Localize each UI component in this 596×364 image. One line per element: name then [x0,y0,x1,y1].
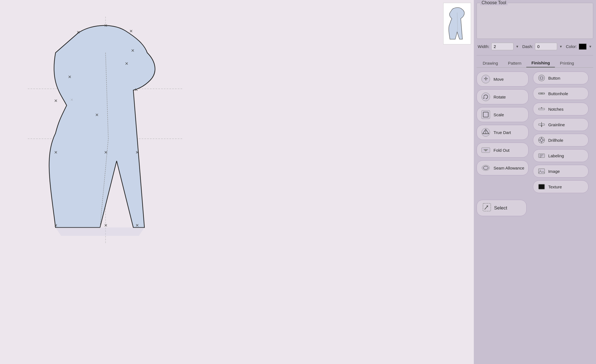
texture-icon [538,183,545,191]
svg-point-37 [482,93,490,101]
labeling-label: Labeling [548,153,564,158]
width-dropdown-arrow: ▼ [516,45,519,49]
tab-drawing[interactable]: Drawing [478,59,503,67]
notches-icon [538,105,545,113]
left-tools: ✛ Move Rotate [477,72,529,193]
svg-point-73 [540,170,541,171]
choose-tool-label: Choose Tool [480,0,508,5]
true-dart-icon [481,127,491,137]
canvas-area[interactable] [0,0,474,364]
svg-rect-54 [540,93,543,94]
scale-label: Scale [494,112,504,117]
svg-point-52 [542,79,543,79]
tab-pattern[interactable]: Pattern [503,59,526,67]
scale-icon [481,110,491,120]
tabs-row: Drawing Pattern Finishing Printing [477,59,593,68]
labeling-button[interactable]: Labeling [533,149,589,162]
svg-rect-68 [539,154,545,158]
seam-allowance-icon [481,163,491,173]
seam-allowance-label: Seam Allowance [494,166,524,170]
fold-out-button[interactable]: Fold Out [477,143,529,158]
divider [477,55,593,55]
dash-label: Dash: [522,44,533,49]
right-panel: Choose Tool Width: 2134 ▼ Dash: 0123 ▼ C… [474,0,596,364]
preview-thumbnail [443,3,471,44]
texture-label: Texture [548,184,562,189]
grainline-label: Grainline [548,122,565,127]
move-label: Move [494,77,504,82]
svg-marker-58 [541,107,542,108]
rotate-label: Rotate [494,95,506,99]
pattern-piece-svg [28,17,183,244]
button-tool-label: Button [548,76,560,80]
svg-rect-74 [539,184,545,189]
grainline-icon [538,121,545,128]
notches-label: Notches [548,107,564,112]
tools-section: ✛ Move Rotate [477,70,593,195]
svg-point-45 [482,165,490,171]
svg-point-49 [540,77,541,78]
svg-point-50 [542,77,543,78]
color-label: Color: [566,44,577,49]
svg-rect-57 [539,108,545,110]
labeling-icon [538,152,545,160]
notches-button[interactable]: Notches [533,103,589,115]
grainline-button[interactable]: Grainline [533,118,589,131]
move-button[interactable]: ✛ Move [477,72,529,87]
scale-button[interactable]: Scale [477,107,529,122]
svg-point-51 [540,79,541,79]
drillhole-icon [538,136,545,144]
svg-text:✛: ✛ [484,76,488,82]
width-label: Width: [478,44,490,49]
buttonhole-label: Buttonhole [548,91,568,96]
rotate-button[interactable]: Rotate [477,89,529,104]
select-button[interactable]: Select [477,200,527,216]
width-select[interactable]: 2134 [491,43,514,50]
tool-options-row: Width: 2134 ▼ Dash: 0123 ▼ Color: ▼ [477,41,593,52]
tab-finishing[interactable]: Finishing [526,59,555,67]
select-label: Select [494,205,507,211]
buttonhole-button[interactable]: Buttonhole [533,87,589,100]
move-icon: ✛ [481,74,491,84]
button-tool-icon [538,74,545,82]
true-dart-button[interactable]: True Dart [477,125,529,140]
color-dropdown-arrow: ▼ [589,45,592,49]
buttonhole-icon [538,90,545,97]
tab-printing[interactable]: Printing [555,59,579,67]
right-tools: Button Buttonhole [533,72,589,193]
dash-select[interactable]: 0123 [535,43,557,50]
dash-dropdown-arrow: ▼ [559,45,563,49]
fold-out-label: Fold Out [494,148,510,153]
drillhole-label: Drillhole [548,138,563,143]
thumbnail-svg [445,6,470,42]
image-button[interactable]: Image [533,165,589,178]
button-tool-button[interactable]: Button [533,72,589,84]
svg-rect-39 [482,110,490,119]
image-label: Image [548,169,560,174]
color-picker[interactable] [579,44,587,50]
fold-out-icon [481,145,491,155]
true-dart-label: True Dart [494,130,511,135]
choose-tool-box: Choose Tool [477,3,593,39]
seam-allowance-button[interactable]: Seam Allowance [477,160,529,175]
select-icon [482,203,491,213]
rotate-icon [481,92,491,102]
svg-marker-61 [541,126,542,127]
svg-point-47 [539,75,545,81]
image-icon [538,167,545,175]
svg-rect-72 [539,169,545,174]
texture-button[interactable]: Texture [533,180,589,193]
drillhole-button[interactable]: Drillhole [533,134,589,146]
